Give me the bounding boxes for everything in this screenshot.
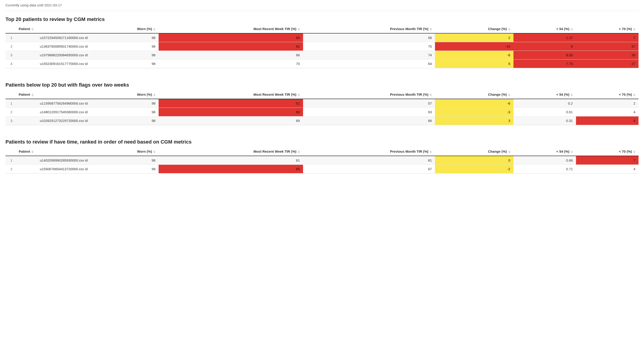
cell-change: -14 (435, 42, 514, 51)
section-title: Patients to review if have time, ranked … (6, 139, 638, 145)
col-worn[interactable]: Worn (%) (91, 90, 158, 99)
col-index[interactable] (6, 90, 16, 99)
sort-icon (153, 150, 156, 153)
cell-change: -6 (435, 99, 514, 108)
col-change[interactable]: Change (%) (435, 25, 514, 33)
col-worn[interactable]: Worn (%) (91, 25, 158, 33)
col-lt54[interactable]: < 54 (%) (514, 90, 576, 99)
cell-lt70: 2 (576, 99, 638, 108)
col-patient[interactable]: Patient (16, 90, 91, 99)
cell-change: 6 (435, 59, 514, 68)
cell-patient: u1159587756264960000.csv id (16, 99, 91, 108)
cell-worn: 98 (91, 51, 158, 59)
table-row: 3 u1979888220084830000.csv id 98 66 74 -… (6, 51, 638, 59)
cell-lt54: 0.31 (514, 116, 576, 125)
cell-patient: u1402099990285930000.csv id (16, 156, 91, 165)
col-lt70[interactable]: < 70 (%) (576, 147, 638, 156)
cell-lt70: 7 (576, 33, 638, 42)
cell-patient: u1550076654413720000.csv id (16, 165, 91, 174)
col-index[interactable] (6, 25, 16, 33)
col-patient[interactable]: Patient (16, 147, 91, 156)
row-index: 4 (6, 59, 16, 68)
sort-icon (298, 150, 300, 153)
row-index: 1 (6, 99, 16, 108)
patients-table: Patient Worn (%) Most Recent Week TIR (%… (6, 90, 638, 125)
cell-lt54: 0.61 (514, 108, 576, 116)
cell-patient: u1552309161517770000.csv id (16, 59, 91, 68)
cell-worn: 98 (91, 156, 158, 165)
col-recent-tir[interactable]: Most Recent Week TIR (%) (158, 147, 303, 156)
patients-table: Patient Worn (%) Most Recent Week TIR (%… (6, 25, 638, 68)
cell-change: -2 (435, 165, 514, 174)
cell-prev-tir: 63 (303, 108, 435, 116)
cell-patient: u1979888220084830000.csv id (16, 51, 91, 59)
cell-lt70: 4 (576, 108, 638, 116)
col-worn[interactable]: Worn (%) (91, 147, 158, 156)
table-row: 1 u1572294509271160000.csv id 98 60 58 2… (6, 33, 638, 42)
col-lt70[interactable]: < 70 (%) (576, 90, 638, 99)
sort-icon (32, 93, 34, 96)
cell-worn: 98 (91, 33, 158, 42)
cell-recent-tir: 70 (158, 59, 303, 68)
cell-lt54: 8.03 (514, 51, 576, 59)
section-title: Patients below top 20 but with flags ove… (6, 82, 638, 88)
col-prev-tir[interactable]: Previous Month TIR (%) (303, 147, 435, 156)
cell-lt70: 37 (576, 42, 638, 51)
status-line: Currently using data until 2021-03-17 (6, 3, 638, 7)
cell-worn: 98 (91, 108, 158, 116)
cell-lt70: 4 (576, 165, 638, 174)
cell-change: -3 (435, 108, 514, 116)
sort-icon (298, 93, 300, 96)
cell-recent-tir: 81 (158, 156, 303, 165)
cell-worn: 98 (91, 165, 158, 174)
cell-patient: u1026251273229720000.csv id (16, 116, 91, 125)
cell-prev-tir: 75 (303, 42, 435, 51)
section-title: Top 20 patients to review by CGM metrics (6, 16, 638, 22)
cell-lt54: 1.27 (514, 33, 576, 42)
col-recent-tir[interactable]: Most Recent Week TIR (%) (158, 25, 303, 33)
row-index: 2 (6, 108, 16, 116)
row-index: 2 (6, 42, 16, 51)
col-lt70[interactable]: < 70 (%) (576, 25, 638, 33)
row-index: 3 (6, 116, 16, 125)
cell-worn: 98 (91, 42, 158, 51)
sort-icon (508, 28, 510, 31)
cell-lt54: 0.71 (514, 165, 576, 174)
row-index: 1 (6, 33, 16, 42)
col-patient[interactable]: Patient (16, 25, 91, 33)
col-recent-tir[interactable]: Most Recent Week TIR (%) (158, 90, 303, 99)
sort-icon (571, 93, 573, 96)
col-lt54[interactable]: < 54 (%) (514, 147, 576, 156)
sort-icon (508, 150, 510, 153)
table-row: 2 u1363760089501740000.csv id 98 61 75 -… (6, 42, 638, 51)
sort-icon (32, 150, 34, 153)
row-index: 2 (6, 165, 16, 174)
col-change[interactable]: Change (%) (435, 147, 514, 156)
sort-icon (430, 150, 432, 153)
col-prev-tir[interactable]: Previous Month TIR (%) (303, 90, 435, 99)
cell-recent-tir: 66 (158, 51, 303, 59)
sort-icon (633, 93, 635, 96)
cell-change: -8 (435, 51, 514, 59)
cell-lt54: 7.73 (514, 59, 576, 68)
cell-recent-tir: 60 (158, 33, 303, 42)
col-lt54[interactable]: < 54 (%) (514, 25, 576, 33)
cell-recent-tir: 60 (158, 108, 303, 116)
sort-icon (430, 93, 432, 96)
col-prev-tir[interactable]: Previous Month TIR (%) (303, 25, 435, 33)
col-index[interactable] (6, 147, 16, 156)
cell-lt54: 0.2 (514, 99, 576, 108)
cell-lt70: 6 (576, 116, 638, 125)
sort-icon (153, 28, 156, 31)
table-row: 2 u1550076654413720000.csv id 98 65 67 -… (6, 165, 638, 174)
table-row: 1 u1159587756264960000.csv id 98 51 57 -… (6, 99, 638, 108)
table-row: 4 u1552309161517770000.csv id 98 70 64 6… (6, 59, 638, 68)
cell-worn: 98 (91, 99, 158, 108)
col-change[interactable]: Change (%) (435, 90, 514, 99)
sort-icon (298, 28, 300, 31)
cell-lt70: 7 (576, 156, 638, 165)
cell-recent-tir: 51 (158, 99, 303, 108)
cell-worn: 98 (91, 59, 158, 68)
sort-icon (508, 93, 510, 96)
cell-lt54: 0.66 (514, 156, 576, 165)
